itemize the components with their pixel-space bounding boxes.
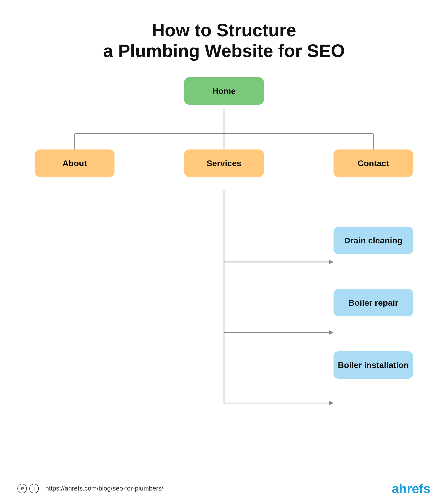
brand-orange: a bbox=[392, 481, 399, 496]
svg-marker-14 bbox=[329, 401, 334, 405]
info-icon: i bbox=[29, 484, 39, 493]
brand-blue: hrefs bbox=[399, 481, 431, 496]
footer-brand: ahrefs bbox=[392, 481, 431, 496]
node-about: About bbox=[35, 149, 114, 177]
svg-marker-10 bbox=[329, 260, 334, 264]
footer-icons: © i bbox=[17, 484, 39, 493]
cc-icon: © bbox=[17, 484, 27, 493]
footer-left: © i https://ahrefs.com/blog/seo-for-plum… bbox=[17, 484, 163, 493]
node-boiler-installation: Boiler installation bbox=[334, 351, 413, 379]
node-boiler-repair: Boiler repair bbox=[334, 289, 413, 316]
page-title: How to Structure a Plumbing Website for … bbox=[0, 0, 448, 61]
footer-url: https://ahrefs.com/blog/seo-for-plumbers… bbox=[45, 485, 163, 492]
svg-marker-12 bbox=[329, 330, 334, 335]
footer: © i https://ahrefs.com/blog/seo-for-plum… bbox=[0, 475, 448, 502]
node-contact: Contact bbox=[334, 149, 413, 177]
diagram: Home About Services Contact Drain cleani… bbox=[0, 77, 448, 472]
connector-lines bbox=[0, 77, 448, 472]
node-drain-cleaning: Drain cleaning bbox=[334, 227, 413, 254]
node-home: Home bbox=[184, 77, 264, 105]
node-services: Services bbox=[184, 149, 264, 177]
